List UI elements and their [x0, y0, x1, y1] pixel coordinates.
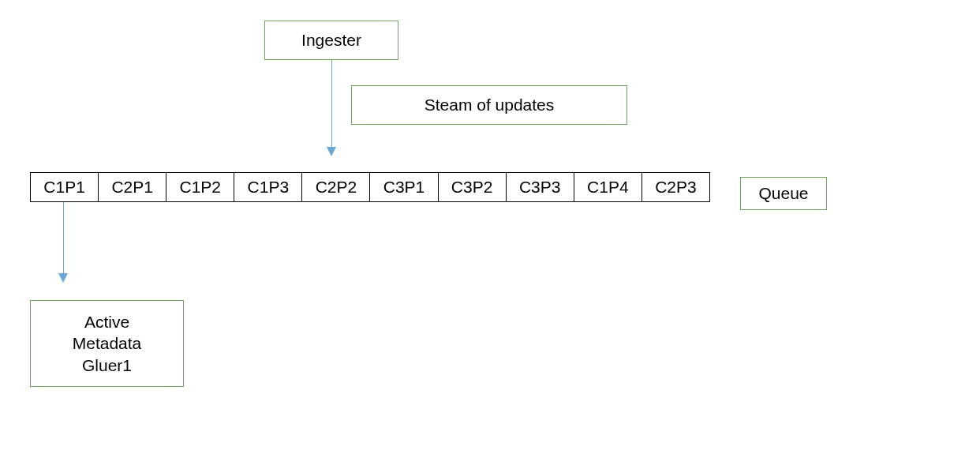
queue-cell: C1P1: [31, 173, 99, 201]
queue-cell: C3P2: [439, 173, 507, 201]
arrowhead-ingester-to-queue: [327, 147, 336, 156]
queue-cell: C3P1: [370, 173, 438, 201]
arrowhead-queue-to-gluer: [58, 273, 68, 283]
gluer-line2: Metadata: [73, 332, 142, 354]
queue-cell-label: C2P2: [316, 178, 357, 197]
gluer-line1: Active: [84, 311, 129, 332]
queue-cell: C2P2: [302, 173, 370, 201]
queue-cell-label: C2P3: [655, 178, 697, 197]
queue-cell: C3P3: [507, 173, 574, 201]
queue-label-box: Queue: [740, 177, 827, 210]
queue-cell-label: C1P1: [43, 178, 85, 197]
queue-cell: C1P4: [574, 173, 642, 201]
ingester-label: Ingester: [301, 29, 361, 51]
queue-strip: C1P1 C2P1 C1P2 C1P3 C2P2 C3P1 C3P2 C3P3 …: [30, 172, 710, 202]
queue-cell-label: C2P1: [111, 178, 153, 197]
gluer-line3: Gluer1: [82, 355, 132, 376]
gluer-box: Active Metadata Gluer1: [30, 300, 184, 387]
queue-label: Queue: [758, 182, 808, 204]
queue-cell-label: C1P4: [587, 178, 629, 197]
queue-cell-label: C3P2: [451, 178, 493, 197]
ingester-box: Ingester: [264, 21, 398, 60]
queue-cell: C2P3: [642, 173, 709, 201]
queue-cell: C1P2: [166, 173, 234, 201]
arrow-ingester-to-queue: [331, 60, 332, 147]
queue-cell: C2P1: [99, 173, 166, 201]
queue-cell-label: C3P1: [383, 178, 425, 197]
arrow-queue-to-gluer: [63, 202, 64, 273]
queue-cell: C1P3: [234, 173, 302, 201]
stream-label: Steam of updates: [425, 94, 555, 115]
queue-cell-label: C1P3: [248, 178, 290, 197]
queue-cell-label: C3P3: [519, 178, 561, 197]
queue-cell-label: C1P2: [179, 178, 221, 197]
stream-of-updates-box: Steam of updates: [351, 85, 627, 125]
